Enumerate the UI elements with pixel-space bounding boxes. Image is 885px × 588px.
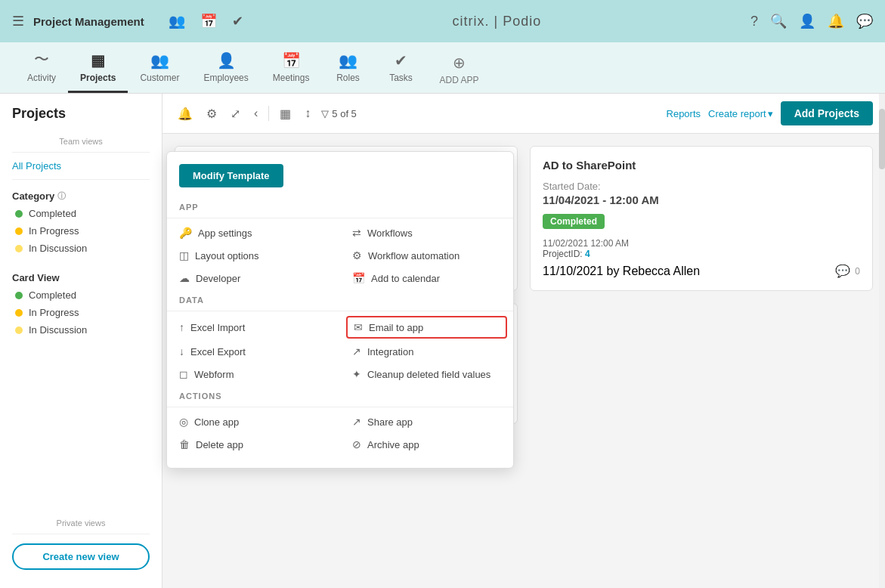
data-items-grid: ↑ Excel Import ✉ Email to app ↓ Excel Ex… [167, 314, 513, 385]
meetings-icon: 📅 [282, 51, 301, 70]
chevron-down-icon: ▾ [768, 108, 773, 119]
contacts-icon[interactable]: 👥 [169, 13, 185, 29]
excel-import-icon: ↑ [179, 321, 184, 333]
calendar-icon[interactable]: 📅 [200, 13, 217, 29]
hamburger-menu[interactable]: ☰ [12, 13, 24, 29]
card-2-date2: 11/02/2021 12:00 AM [543, 238, 860, 249]
card-2-title: AD to SharePoint [543, 159, 860, 172]
tab-tasks-label: Tasks [389, 73, 413, 83]
card-2: AD to SharePoint Started Date: 11/04/202… [530, 146, 873, 291]
tab-roles[interactable]: 👥 Roles [321, 45, 374, 93]
workflow-auto-icon: ⚙ [352, 249, 362, 262]
menu-archive-app[interactable]: ⊘ Archive app [340, 433, 513, 456]
modify-template-button[interactable]: Modify Template [179, 164, 283, 187]
add-projects-button[interactable]: Add Projects [781, 101, 873, 125]
roles-icon: 👥 [339, 51, 357, 70]
category-info-icon: ⓘ [57, 190, 66, 202]
app-title: Project Management [33, 15, 144, 28]
developer-icon: ☁ [179, 272, 190, 284]
app-divider [167, 218, 513, 218]
card-completed[interactable]: Completed [0, 286, 162, 304]
menu-webform[interactable]: ◻ Webform [167, 363, 340, 385]
menu-cleanup[interactable]: ✦ Cleanup deleted field values [340, 363, 513, 385]
tab-projects-label: Projects [80, 73, 116, 83]
podio-logo: citrix. | Podio [252, 14, 741, 29]
actions-section-label: ACTIONS [167, 385, 513, 404]
clone-icon: ◎ [179, 416, 188, 428]
menu-workflow-automation[interactable]: ⚙ Workflow automation [340, 244, 513, 267]
menu-delete-app[interactable]: 🗑 Delete app [167, 433, 340, 456]
tab-projects[interactable]: ▦ Projects [68, 45, 128, 93]
chat-icon[interactable]: 💬 [856, 13, 873, 29]
cleanup-icon: ✦ [352, 368, 361, 380]
all-projects-link[interactable]: All Projects [0, 156, 162, 176]
menu-layout-options[interactable]: ◫ Layout options [167, 244, 340, 267]
card-in-progress[interactable]: In Progress [0, 304, 162, 321]
menu-share-app[interactable]: ↗ Share app [340, 410, 513, 433]
dot-in-progress [15, 227, 23, 235]
menu-excel-import[interactable]: ↑ Excel Import [167, 314, 340, 340]
workflows-icon: ⇄ [352, 227, 361, 239]
search-icon[interactable]: 🔍 [770, 13, 787, 29]
sidebar-title: Projects [0, 106, 162, 131]
menu-developer[interactable]: ☁ Developer [167, 267, 340, 289]
settings-icon[interactable]: ⚙ [203, 104, 220, 124]
card-2-started-label: Started Date: [543, 181, 860, 192]
tab-roles-label: Roles [336, 73, 360, 83]
team-views-label: Team views [0, 137, 162, 146]
expand-icon[interactable]: ⤢ [227, 104, 243, 124]
category-heading: Category ⓘ [0, 183, 162, 205]
nav-left-icons: 👥 📅 ✔ [169, 13, 243, 29]
card-dot-in-discussion [15, 326, 23, 334]
tab-employees[interactable]: 👤 Employees [191, 45, 260, 93]
dropdown-menu: Modify Template APP 🔑 App settings ⇄ Wor… [166, 151, 514, 469]
create-view-button[interactable]: Create new view [12, 543, 150, 570]
tab-activity-label: Activity [27, 73, 56, 83]
help-icon[interactable]: ? [750, 14, 758, 29]
scrollbar-thumb[interactable] [879, 109, 885, 169]
tab-meetings[interactable]: 📅 Meetings [261, 45, 322, 93]
excel-export-icon: ↓ [179, 345, 184, 357]
tasks-icon[interactable]: ✔ [232, 13, 243, 29]
tab-activity[interactable]: 〜 Activity [15, 43, 68, 93]
category-in-progress[interactable]: In Progress [0, 222, 162, 240]
webform-icon: ◻ [179, 368, 188, 380]
actions-items-grid: ◎ Clone app ↗ Share app 🗑 Delete app ⊘ A… [167, 410, 513, 456]
tab-customer[interactable]: 👥 Customer [128, 45, 191, 93]
reports-label[interactable]: Reports [667, 108, 701, 119]
scrollbar-track [879, 94, 885, 588]
projects-icon: ▦ [91, 51, 105, 70]
create-report-button[interactable]: Create report ▾ [708, 108, 773, 119]
category-in-discussion[interactable]: In Discussion [0, 240, 162, 257]
profile-icon[interactable]: 👤 [799, 13, 815, 29]
share-icon: ↗ [352, 416, 361, 428]
tab-add-app[interactable]: ⊕ ADD APP [427, 48, 490, 93]
card-2-author: 11/10/2021 by Rebecca Allen [543, 265, 700, 278]
card-in-discussion[interactable]: In Discussion [0, 321, 162, 339]
menu-app-settings[interactable]: 🔑 App settings [167, 221, 340, 244]
menu-add-to-calendar[interactable]: 📅 Add to calendar [340, 267, 513, 289]
menu-clone-app[interactable]: ◎ Clone app [167, 410, 340, 433]
tab-tasks[interactable]: ✔ Tasks [374, 45, 427, 93]
category-completed[interactable]: Completed [0, 205, 162, 222]
delete-icon: 🗑 [179, 438, 190, 450]
bell-icon[interactable]: 🔔 [175, 104, 196, 124]
prev-icon[interactable]: ‹ [251, 104, 261, 123]
notifications-icon[interactable]: 🔔 [828, 13, 844, 29]
card-2-comments: 0 [855, 266, 860, 277]
menu-workflows[interactable]: ⇄ Workflows [340, 221, 513, 244]
menu-email-to-app[interactable]: ✉ Email to app [346, 316, 507, 339]
sidebar-divider-3 [12, 534, 150, 534]
grid-view-icon[interactable]: ▦ [277, 104, 294, 124]
comment-icon: 💬 [835, 264, 850, 278]
sidebar: Projects Team views All Projects Categor… [0, 94, 162, 588]
tab-add-app-label: ADD APP [439, 75, 478, 85]
menu-excel-export[interactable]: ↓ Excel Export [167, 340, 340, 363]
tab-meetings-label: Meetings [273, 73, 310, 83]
menu-integration[interactable]: ↗ Integration [340, 340, 513, 363]
sort-icon[interactable]: ↕ [302, 104, 314, 123]
activity-icon: 〜 [34, 49, 49, 70]
filter-label[interactable]: ▽ 5 of 5 [321, 108, 357, 119]
top-nav: ☰ Project Management 👥 📅 ✔ citrix. | Pod… [0, 0, 885, 42]
sidebar-divider-2 [12, 179, 150, 180]
